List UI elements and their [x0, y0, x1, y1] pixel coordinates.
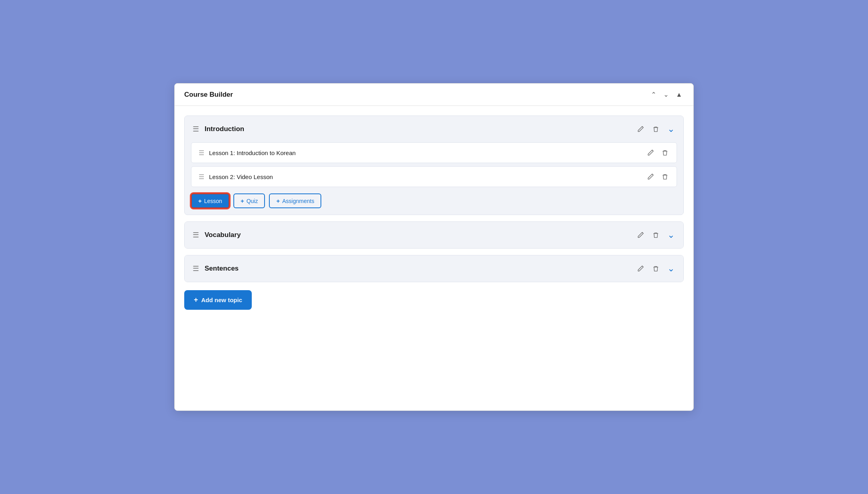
- edit-vocabulary-button[interactable]: [636, 231, 645, 239]
- plus-icon: +: [241, 197, 244, 204]
- topic-sentences-header-left: ☰ Sentences: [193, 264, 239, 273]
- delete-vocabulary-button[interactable]: [651, 231, 660, 239]
- delete-introduction-button[interactable]: [651, 125, 660, 133]
- lesson-item: ☰ Lesson 1: Introduction to Korean: [191, 142, 677, 163]
- topic-vocabulary-header-right: ⌄: [636, 229, 675, 241]
- edit-icon: [647, 173, 654, 180]
- trash-icon: [661, 149, 669, 156]
- add-quiz-button[interactable]: + Quiz: [233, 193, 265, 208]
- scroll-up-button[interactable]: ⌃: [649, 90, 658, 99]
- add-lesson-label: Lesson: [204, 198, 222, 204]
- topic-vocabulary-title: Vocabulary: [205, 231, 241, 239]
- window-title: Course Builder: [184, 91, 233, 99]
- lesson-drag-handle-icon[interactable]: ☰: [199, 173, 204, 181]
- topic-introduction-header-left: ☰ Introduction: [193, 125, 244, 133]
- topic-vocabulary-header: ☰ Vocabulary: [185, 222, 683, 248]
- add-assignments-label: Assignments: [282, 198, 314, 204]
- expand-vocabulary-button[interactable]: ⌄: [667, 229, 675, 241]
- edit-sentences-button[interactable]: [636, 264, 645, 273]
- topic-sentences-title: Sentences: [205, 265, 239, 273]
- lessons-list-introduction: ☰ Lesson 1: Introduction to Korean: [185, 142, 683, 193]
- edit-icon: [637, 265, 644, 272]
- trash-icon: [652, 125, 659, 133]
- topic-introduction-title: Introduction: [205, 125, 244, 133]
- course-builder-window: Course Builder ⌃ ⌄ ▲ ☰ Introduction: [174, 83, 694, 411]
- expand-sentences-button[interactable]: ⌄: [667, 263, 675, 275]
- lesson-1-title: Lesson 1: Introduction to Korean: [209, 149, 296, 156]
- scroll-down-button[interactable]: ⌄: [662, 90, 670, 99]
- lesson-item-right: [646, 148, 669, 157]
- delete-lesson2-button[interactable]: [661, 172, 669, 181]
- plus-icon: +: [198, 197, 202, 204]
- add-new-topic-button[interactable]: + Add new topic: [184, 290, 252, 310]
- add-lesson-button[interactable]: + Lesson: [191, 193, 229, 208]
- add-topic-plus-icon: +: [194, 296, 198, 304]
- lesson-item-left: ☰ Lesson 2: Video Lesson: [199, 173, 273, 181]
- topic-introduction-header-right: ⌄: [636, 123, 675, 135]
- topic-introduction-header: ☰ Introduction: [185, 116, 683, 142]
- topic-vocabulary: ☰ Vocabulary: [184, 221, 684, 249]
- lesson-2-title: Lesson 2: Video Lesson: [209, 173, 273, 180]
- topic-vocabulary-header-left: ☰ Vocabulary: [193, 231, 241, 239]
- add-buttons-row: + Lesson + Quiz + Assignments: [185, 193, 683, 215]
- trash-icon: [652, 265, 659, 272]
- topic-sentences-header-right: ⌄: [636, 263, 675, 275]
- window-body: ☰ Introduction: [175, 106, 693, 319]
- delete-lesson1-button[interactable]: [661, 148, 669, 157]
- window-controls: ⌃ ⌄ ▲: [649, 90, 684, 99]
- plus-icon: +: [276, 197, 280, 204]
- drag-handle-icon[interactable]: ☰: [193, 231, 199, 239]
- add-quiz-label: Quiz: [247, 198, 258, 204]
- edit-icon: [637, 125, 644, 133]
- lesson-drag-handle-icon[interactable]: ☰: [199, 149, 204, 157]
- window-header: Course Builder ⌃ ⌄ ▲: [175, 84, 693, 106]
- edit-icon: [637, 231, 644, 239]
- topic-sentences-header: ☰ Sentences: [185, 255, 683, 282]
- lesson-item: ☰ Lesson 2: Video Lesson: [191, 166, 677, 187]
- edit-lesson2-button[interactable]: [646, 172, 655, 181]
- lesson-item-left: ☰ Lesson 1: Introduction to Korean: [199, 149, 296, 157]
- add-assignments-button[interactable]: + Assignments: [269, 193, 321, 208]
- edit-lesson1-button[interactable]: [646, 148, 655, 157]
- drag-handle-icon[interactable]: ☰: [193, 264, 199, 273]
- trash-icon: [661, 173, 669, 180]
- expand-introduction-button[interactable]: ⌄: [667, 123, 675, 135]
- topic-sentences: ☰ Sentences: [184, 255, 684, 282]
- drag-handle-icon[interactable]: ☰: [193, 125, 199, 133]
- lesson-item-right: [646, 172, 669, 181]
- add-new-topic-label: Add new topic: [201, 297, 243, 303]
- delete-sentences-button[interactable]: [651, 264, 660, 273]
- topic-introduction: ☰ Introduction: [184, 116, 684, 215]
- edit-introduction-button[interactable]: [636, 125, 645, 133]
- edit-icon: [647, 149, 654, 156]
- collapse-button[interactable]: ▲: [674, 90, 684, 99]
- trash-icon: [652, 231, 659, 239]
